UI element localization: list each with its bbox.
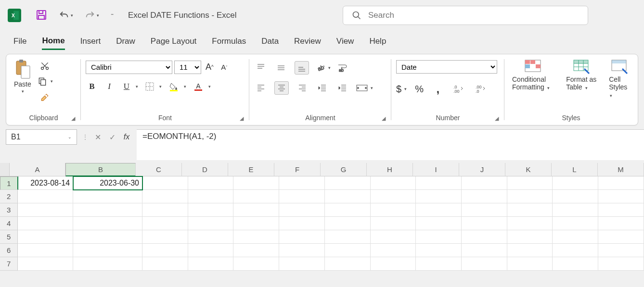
decrease-indent-button[interactable] — [316, 82, 329, 94]
tab-review[interactable]: Review — [294, 34, 321, 49]
cell-E4[interactable] — [233, 217, 279, 230]
cell-A2[interactable] — [18, 190, 73, 203]
number-format-select[interactable]: Date — [396, 60, 497, 74]
cell-F3[interactable] — [279, 203, 325, 217]
cell-E2[interactable] — [233, 190, 279, 203]
increase-decimal-button[interactable]: .0.00 — [450, 82, 466, 96]
name-box[interactable]: B1 ⌄ — [6, 129, 77, 145]
format-as-table-button[interactable]: Format as Table ▾ — [563, 57, 599, 93]
cell-K6[interactable] — [507, 244, 553, 257]
column-header-A[interactable]: A — [10, 163, 65, 176]
cell-B6[interactable] — [73, 244, 142, 257]
number-launcher-icon[interactable]: ◢ — [495, 115, 499, 122]
bold-button[interactable]: B — [86, 80, 98, 93]
orientation-button[interactable]: ab▾ — [316, 63, 331, 72]
cell-B1[interactable]: 2023-06-30 — [73, 176, 142, 190]
cell-C3[interactable] — [142, 203, 188, 217]
column-header-D[interactable]: D — [182, 163, 228, 176]
cell-I4[interactable] — [416, 217, 462, 230]
font-name-select[interactable]: Calibri — [86, 61, 172, 74]
cell-M1[interactable] — [598, 176, 644, 190]
tab-home[interactable]: Home — [42, 33, 64, 50]
cell-G6[interactable] — [325, 244, 371, 257]
cell-E5[interactable] — [233, 230, 279, 244]
tab-file[interactable]: File — [13, 34, 26, 49]
cell-H3[interactable] — [371, 203, 416, 217]
cell-K2[interactable] — [507, 190, 553, 203]
cell-L6[interactable] — [553, 244, 598, 257]
cell-H6[interactable] — [371, 244, 416, 257]
tab-page-layout[interactable]: Page Layout — [151, 34, 196, 49]
cell-B2[interactable] — [73, 190, 142, 203]
search-input[interactable] — [368, 11, 579, 20]
tab-draw[interactable]: Draw — [116, 34, 135, 49]
select-all-corner[interactable] — [0, 163, 10, 176]
cell-C5[interactable] — [142, 230, 188, 244]
cell-I3[interactable] — [416, 203, 462, 217]
cell-D6[interactable] — [188, 244, 234, 257]
cell-F2[interactable] — [279, 190, 325, 203]
cell-F7[interactable] — [279, 257, 325, 271]
cell-K3[interactable] — [507, 203, 553, 217]
cell-D1[interactable] — [188, 176, 234, 190]
column-header-F[interactable]: F — [274, 163, 321, 176]
cell-L7[interactable] — [553, 257, 598, 271]
italic-button[interactable]: I — [103, 80, 116, 93]
align-right-button[interactable] — [296, 82, 309, 94]
cell-B4[interactable] — [73, 217, 142, 230]
paste-button[interactable]: Paste ▾ — [11, 57, 34, 96]
cell-G7[interactable] — [325, 257, 371, 271]
cell-F5[interactable] — [279, 230, 325, 244]
column-header-H[interactable]: H — [367, 163, 413, 176]
cell-E7[interactable] — [233, 257, 279, 271]
cell-C7[interactable] — [142, 257, 188, 271]
tab-help[interactable]: Help — [369, 34, 386, 49]
cell-styles-button[interactable]: Cell Styles ▾ — [606, 57, 633, 100]
cancel-formula-button[interactable]: ✕ — [92, 132, 103, 142]
wrap-text-button[interactable]: ab — [337, 63, 348, 73]
row-header-4[interactable]: 4 — [0, 217, 18, 230]
cell-F4[interactable] — [279, 217, 325, 230]
cell-E1[interactable] — [233, 176, 279, 190]
increase-indent-button[interactable] — [336, 82, 349, 94]
cell-J6[interactable] — [462, 244, 507, 257]
cell-C1[interactable] — [142, 176, 188, 190]
cell-A1[interactable]: 2023-08-14 — [18, 176, 73, 190]
cell-C4[interactable] — [142, 217, 188, 230]
cell-D3[interactable] — [188, 203, 234, 217]
cell-F1[interactable] — [279, 176, 325, 190]
cell-D5[interactable] — [188, 230, 234, 244]
cell-J7[interactable] — [462, 257, 507, 271]
align-bottom-button[interactable] — [295, 61, 309, 75]
cell-A3[interactable] — [18, 203, 73, 217]
cell-F6[interactable] — [279, 244, 325, 257]
column-header-C[interactable]: C — [136, 163, 182, 176]
column-header-J[interactable]: J — [459, 163, 505, 176]
decrease-font-button[interactable]: Aˇ — [218, 61, 231, 74]
cut-button[interactable] — [37, 59, 53, 73]
cell-A7[interactable] — [18, 257, 73, 271]
underline-button[interactable]: U — [120, 80, 133, 93]
format-painter-button[interactable] — [37, 90, 53, 103]
row-header-7[interactable]: 7 — [0, 257, 18, 271]
clipboard-launcher-icon[interactable]: ◢ — [71, 115, 75, 122]
cell-H7[interactable] — [371, 257, 416, 271]
accounting-format-button[interactable]: $▾ — [396, 84, 407, 95]
borders-button[interactable] — [143, 80, 156, 93]
tab-formulas[interactable]: Formulas — [212, 34, 246, 49]
cell-I2[interactable] — [416, 190, 462, 203]
cell-K5[interactable] — [507, 230, 553, 244]
cell-G1[interactable] — [325, 176, 371, 190]
font-color-button[interactable]: A — [191, 80, 206, 93]
cell-B7[interactable] — [73, 257, 142, 271]
row-header-5[interactable]: 5 — [0, 230, 18, 244]
enter-formula-button[interactable]: ✓ — [107, 132, 117, 142]
qat-customize-button[interactable]: ⁼ — [111, 12, 114, 19]
cell-D7[interactable] — [188, 257, 234, 271]
cell-I1[interactable] — [416, 176, 462, 190]
alignment-launcher-icon[interactable]: ◢ — [382, 115, 386, 122]
column-header-K[interactable]: K — [505, 163, 552, 176]
copy-button[interactable]: ▾ — [37, 76, 53, 86]
column-header-M[interactable]: M — [598, 163, 644, 176]
cell-L3[interactable] — [553, 203, 598, 217]
